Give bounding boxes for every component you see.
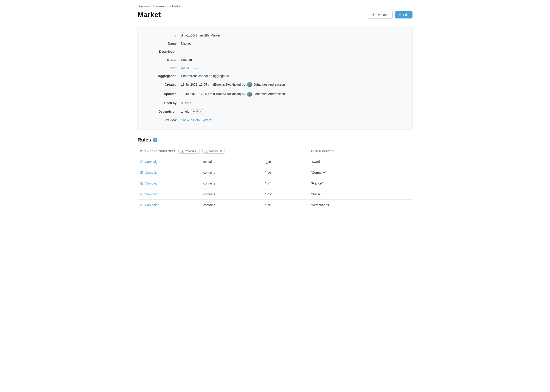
dimension-icon: ⊞ [140,181,143,185]
trash-icon: 🗑 [372,13,375,17]
name-label: Name [145,42,181,45]
updated-datetime: 18 Jul 2022, 12:05 pm (Europe/Stockholm)… [181,92,245,96]
info-row-depends-on: Depends on 1 field + show [145,107,405,116]
collapse-all-label: collapse all [209,150,222,153]
value-cell: "_nl" [262,200,308,210]
created-datetime: 18 Jul 2022, 12:05 pm (Europe/Stockholm)… [181,83,245,86]
value-cell: "_se" [262,156,308,167]
value-cell: "_fr" [262,178,308,189]
created-label: Created [145,83,181,86]
updated-user-name: Johannes Andreasson [254,92,285,96]
rules-title: Rules [138,137,151,143]
depends-on-value: 1 field + show [181,109,405,114]
info-row-unit: Unit AZ STRING [145,64,405,72]
depends-on-label: Depends on [145,110,181,113]
breadcrumb: Overview › Dimensions › Market [138,5,412,8]
operator-cell: contains [201,178,262,189]
unit-az: AZ [181,66,185,70]
aggregation-label: Aggregation [145,74,181,78]
operator-cell: contains [201,189,262,200]
plus-icon: + [193,110,195,113]
dimension-cell: ⊞ Campaign [140,181,198,185]
info-row-group: Group Custom [145,56,405,64]
header-actions: 🗑 Remove ✏ Edit [368,11,412,19]
dimension-cell: ⊞ Campaign [140,160,198,164]
id-value: dim-1g88c7mgkf2fh_Market [181,34,405,37]
operator-cell: contains [201,156,262,167]
group-value: Custom [181,58,405,62]
operator-cell: contains [201,200,262,210]
info-row-used-by: Used by 0 fields [145,99,405,107]
depends-on-row: 1 field + show [181,109,405,114]
dimension-name[interactable]: Campaign [145,160,159,164]
collapse-all-button[interactable]: − collapse all [202,149,225,154]
result-cell: "Sweden" [308,156,412,167]
created-value: 18 Jul 2022, 12:05 pm (Europe/Stockholm)… [181,82,405,87]
rules-table: WHEN CONDITIONS MEET + expand all − coll… [138,147,412,210]
aggregation-value: Dimensions cannot be aggregated [181,74,405,78]
dimension-icon: ⊞ [140,203,143,207]
dimension-name[interactable]: Campaign [145,182,159,185]
dimension-icon: ⊞ [140,170,143,175]
remove-button[interactable]: 🗑 Remove [368,11,393,19]
breadcrumb-current: Market [172,5,181,8]
breadcrumb-sep-1: › [151,5,152,8]
name-value: Market [181,42,405,45]
operator-cell: contains [201,167,262,178]
show-depends-button[interactable]: + show [191,109,204,114]
edit-button[interactable]: ✏ Edit [395,11,412,19]
updated-label: Updated [145,92,181,96]
result-cell: "Netherlands" [308,200,412,210]
table-row: ⊞ Campaign contains "_es" "Spain" [138,189,412,200]
minus-square-icon: − [205,150,208,153]
expand-all-label: expand all [185,150,197,153]
page-title: Market [138,11,161,19]
info-card: Id dim-1g88c7mgkf2fh_Market Name Market … [138,26,412,130]
preview-value: Show in Data Explorer [181,118,405,122]
help-icon[interactable]: ? [153,138,157,142]
created-user-avatar [247,82,252,87]
info-row-aggregation: Aggregation Dimensions cannot be aggrega… [145,72,405,80]
dimension-name[interactable]: Campaign [145,203,159,207]
rules-section: Rules ? WHEN CONDITIONS MEET + expand al… [138,137,412,210]
dimension-name[interactable]: Campaign [145,192,159,196]
info-row-description: Description [145,48,405,56]
preview-link[interactable]: Show in Data Explorer [181,118,212,122]
description-label: Description [145,50,181,53]
updated-user-avatar [247,92,252,97]
dimension-cell: ⊞ Campaign [140,203,198,207]
expand-all-button[interactable]: + expand all [178,149,200,154]
unit-label: Unit [145,66,181,70]
used-by-value: 0 fields [181,101,405,105]
breadcrumb-sep-2: › [170,5,171,8]
remove-label: Remove [377,13,388,17]
breadcrumb-dimensions[interactable]: Dimensions [153,5,169,8]
rules-header: Rules ? [138,137,412,143]
table-row: ⊞ Campaign contains "_de" "Germany" [138,167,412,178]
value-cell: "_de" [262,167,308,178]
unit-string: STRING [186,66,197,70]
page-header: Market 🗑 Remove ✏ Edit [138,11,412,19]
updated-value: 18 Jul 2022, 12:05 pm (Europe/Stockholm)… [181,92,405,97]
dimension-name[interactable]: Campaign [145,171,159,174]
unit-badge: AZ STRING [181,66,197,70]
id-label: Id [145,34,181,37]
info-row-id: Id dim-1g88c7mgkf2fh_Market [145,31,405,39]
show-label: show [196,110,202,113]
table-row: ⊞ Campaign contains "_nl" "Netherlands" [138,200,412,210]
dimension-cell: ⊞ Campaign [140,192,198,196]
created-user-name: Johannes Andreasson [254,83,285,86]
then-market-header: THEN MARKET IS [308,147,412,156]
result-cell: "Germany" [308,167,412,178]
preview-label: Preview [145,118,181,122]
edit-label: Edit [403,13,409,17]
depends-on-count: 1 field [181,110,189,113]
group-label: Group [145,58,181,62]
rules-table-header-row: WHEN CONDITIONS MEET + expand all − coll… [138,147,412,156]
value-cell: "_es" [262,189,308,200]
info-row-name: Name Market [145,39,405,48]
breadcrumb-overview[interactable]: Overview [138,5,150,8]
dimension-icon: ⊞ [140,160,143,164]
dimension-icon: ⊞ [140,192,143,196]
edit-icon: ✏ [399,13,402,17]
